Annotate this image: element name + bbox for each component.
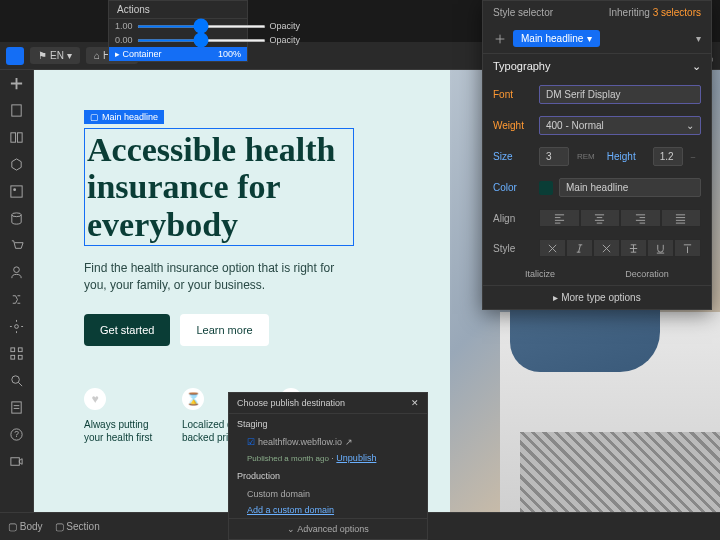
logo[interactable]: [6, 47, 24, 65]
selection-badge[interactable]: ▢ Main headline: [84, 110, 164, 124]
logic-icon[interactable]: [9, 292, 24, 307]
staging-label: Staging: [229, 414, 427, 434]
assets-icon[interactable]: [9, 184, 24, 199]
breadcrumb-section[interactable]: ▢ Section: [55, 521, 100, 532]
add-icon[interactable]: [9, 76, 24, 91]
cms-icon[interactable]: [9, 211, 24, 226]
deco-underline-button[interactable]: [647, 239, 674, 257]
height-input[interactable]: 1.2: [653, 147, 683, 166]
chevron-down-icon: ⌄: [692, 60, 701, 73]
container-item[interactable]: ▸ Container 100%: [109, 47, 247, 61]
feature-1: ♥Always putting your health first: [84, 388, 158, 444]
publish-title: Choose publish destination: [237, 398, 345, 408]
align-center-button[interactable]: [580, 209, 621, 227]
navigator-icon[interactable]: [9, 130, 24, 145]
align-justify-button[interactable]: [661, 209, 702, 227]
class-chip[interactable]: Main headline ▾: [513, 30, 600, 47]
heart-icon: ♥: [84, 388, 106, 410]
svg-rect-6: [17, 133, 22, 142]
svg-point-16: [12, 376, 20, 384]
size-input[interactable]: 3: [539, 147, 569, 166]
components-icon[interactable]: [9, 157, 24, 172]
hourglass-icon: ⌛: [182, 388, 204, 410]
svg-rect-12: [11, 348, 15, 352]
decoration-label: Decoration: [625, 269, 669, 279]
actions-panel: Actions 1.00 Opacity 0.00 Opacity ▸ Cont…: [108, 0, 248, 62]
breadcrumb-body[interactable]: ▢ Body: [8, 521, 43, 532]
svg-point-8: [13, 188, 16, 191]
svg-text:?: ?: [14, 429, 19, 439]
staging-domain[interactable]: ☑healthflow.webflow.io ↗: [229, 434, 427, 450]
apps-icon[interactable]: [9, 346, 24, 361]
svg-point-11: [15, 325, 19, 329]
svg-point-9: [12, 213, 21, 217]
settings-icon[interactable]: [9, 319, 24, 334]
color-input[interactable]: Main headline: [559, 178, 701, 197]
get-started-button[interactable]: Get started: [84, 314, 170, 346]
svg-point-10: [14, 267, 20, 273]
svg-rect-5: [11, 133, 16, 142]
selector-icon: [493, 32, 507, 46]
audit-icon[interactable]: [9, 400, 24, 415]
font-input[interactable]: DM Serif Display: [539, 85, 701, 104]
production-label: Production: [229, 466, 427, 486]
publish-panel: Choose publish destination✕ Staging ☑hea…: [228, 392, 428, 540]
selector-dropdown-icon[interactable]: ▾: [696, 33, 701, 44]
opacity-slider-2[interactable]: [137, 39, 266, 42]
align-group: [539, 209, 701, 227]
more-type-options[interactable]: ▸ More type options: [483, 285, 711, 309]
align-left-button[interactable]: [539, 209, 580, 227]
opacity-row-1: 1.00 Opacity: [109, 19, 247, 33]
svg-rect-4: [12, 105, 21, 116]
learn-more-button[interactable]: Learn more: [180, 314, 268, 346]
style-panel: Style selector Inheriting 3 selectors Ma…: [482, 0, 712, 310]
italicize-label: Italicize: [525, 269, 555, 279]
weight-input[interactable]: 400 - Normal⌄: [539, 116, 701, 135]
ecommerce-icon[interactable]: [9, 238, 24, 253]
textstyle-group: [539, 239, 701, 257]
style-none-button[interactable]: [539, 239, 566, 257]
custom-domain: Custom domain: [229, 486, 427, 502]
actions-title: Actions: [109, 1, 247, 19]
style-italic-button[interactable]: [566, 239, 593, 257]
opacity-row-2: 0.00 Opacity: [109, 33, 247, 47]
svg-rect-14: [11, 355, 15, 359]
subheading[interactable]: Find the health insurance option that is…: [84, 260, 354, 294]
style-selector-label: Style selector: [493, 7, 553, 18]
align-right-button[interactable]: [620, 209, 661, 227]
lang-button[interactable]: ⚑EN▾: [30, 47, 80, 64]
color-swatch[interactable]: [539, 181, 553, 195]
users-icon[interactable]: [9, 265, 24, 280]
add-domain-link[interactable]: Add a custom domain: [247, 505, 334, 515]
typography-section[interactable]: Typography⌄: [483, 53, 711, 79]
opacity-slider-1[interactable]: [137, 25, 266, 28]
video-icon[interactable]: [9, 454, 24, 469]
deco-strike-button[interactable]: [620, 239, 647, 257]
inheriting[interactable]: Inheriting 3 selectors: [609, 7, 701, 18]
deco-none-button[interactable]: [593, 239, 620, 257]
deco-overline-button[interactable]: [674, 239, 701, 257]
unpublish-link[interactable]: Unpublish: [336, 453, 376, 463]
advanced-options[interactable]: ⌄ Advanced options: [229, 518, 427, 539]
svg-rect-13: [18, 348, 22, 352]
main-headline[interactable]: Accessible health insurance for everybod…: [84, 128, 354, 246]
left-toolbar: ?: [0, 70, 34, 512]
svg-rect-7: [11, 186, 22, 197]
svg-rect-17: [12, 402, 21, 413]
svg-rect-15: [18, 355, 22, 359]
close-icon[interactable]: ✕: [411, 398, 419, 408]
help-icon[interactable]: ?: [9, 427, 24, 442]
pages-icon[interactable]: [9, 103, 24, 118]
svg-rect-20: [11, 458, 19, 466]
search-icon[interactable]: [9, 373, 24, 388]
